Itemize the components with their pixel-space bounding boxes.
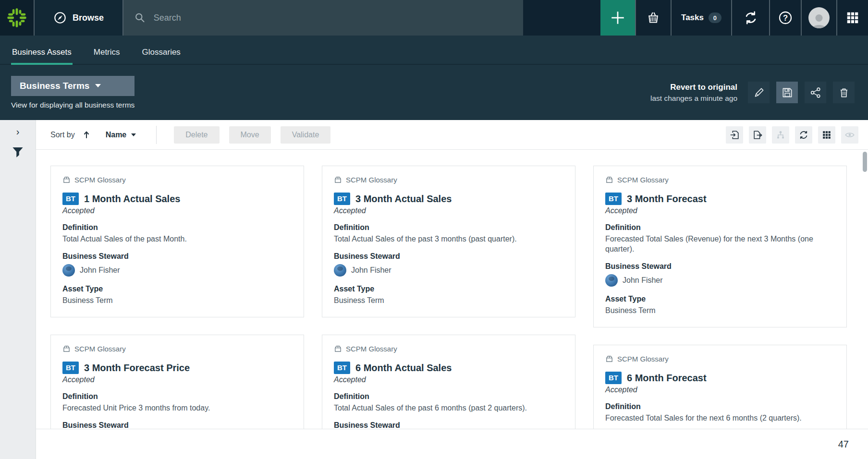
user-menu-button[interactable] [802, 0, 836, 36]
plus-icon [609, 9, 626, 26]
tab-glossaries[interactable]: Glossaries [141, 48, 182, 64]
eye-icon [844, 130, 855, 140]
global-search[interactable] [123, 0, 523, 36]
save-view-button[interactable] [776, 82, 798, 103]
definition-value: Forecasted Total Sales (Revenue) for the… [605, 234, 835, 254]
save-icon [781, 86, 794, 99]
asset-type-value: Business Term [334, 295, 563, 305]
asset-title[interactable]: 3 Month Forecast [627, 193, 707, 205]
export-icon [752, 130, 763, 140]
pencil-icon [753, 86, 765, 99]
asset-title[interactable]: 3 Month Forecast Price [84, 362, 190, 374]
definition-value: Forecasted Total Sales for the next 6 mo… [605, 413, 835, 423]
asset-title[interactable]: 6 Month Actual Sales [355, 362, 452, 374]
view-subtitle: View for displaying all business terms [11, 101, 134, 109]
tab-metrics[interactable]: Metrics [93, 48, 121, 64]
steward-name[interactable]: John Fisher [623, 276, 663, 285]
asset-title[interactable]: 6 Month Forecast [627, 373, 707, 384]
tasks-button[interactable]: Tasks 0 [672, 0, 731, 36]
view-selector-button[interactable]: Business Terms [11, 76, 134, 96]
tasks-count-badge: 0 [709, 12, 721, 23]
asset-type-badge: BT [334, 362, 350, 374]
asset-type-badge: BT [605, 372, 622, 384]
tab-business-assets[interactable]: Business Assets [11, 48, 73, 64]
card-domain[interactable]: SCPM Glossary [62, 345, 292, 353]
tasks-label: Tasks [681, 13, 704, 23]
asset-type-badge: BT [62, 362, 79, 374]
glossary-icon [62, 345, 71, 353]
asset-type-value: Business Term [605, 305, 835, 315]
trash-icon [838, 86, 850, 99]
hierarchy-view-button[interactable] [772, 126, 789, 144]
revert-to-original[interactable]: Revert to original last changes a minute… [650, 83, 737, 103]
asset-title[interactable]: 1 Month Actual Sales [84, 193, 180, 205]
asset-card: SCPM Glossary BT 3 Month Forecast Accept… [593, 166, 847, 327]
sync-button[interactable] [732, 0, 769, 36]
sort-ascending-icon[interactable] [82, 130, 91, 140]
total-count: 47 [838, 439, 849, 450]
refresh-button[interactable] [795, 126, 812, 144]
definition-value: Total Actual Sales of the past 3 months … [334, 234, 563, 244]
browse-label: Browse [73, 13, 104, 23]
filter-icon[interactable] [11, 145, 25, 159]
scrollbar-thumb[interactable] [863, 152, 867, 172]
basket-icon [646, 11, 660, 25]
asset-type-badge: BT [605, 193, 622, 205]
browse-button[interactable]: Browse [35, 0, 122, 36]
grid-view-button[interactable] [818, 126, 835, 144]
steward-name[interactable]: John Fisher [80, 266, 120, 275]
preview-button[interactable] [841, 126, 858, 144]
card-domain[interactable]: SCPM Glossary [334, 176, 563, 184]
glossary-name: SCPM Glossary [617, 355, 669, 363]
move-button[interactable]: Move [229, 126, 271, 144]
card-column: SCPM Glossary BT 1 Month Actual Sales Ac… [50, 166, 304, 429]
card-domain[interactable]: SCPM Glossary [62, 176, 292, 184]
search-input[interactable] [154, 13, 513, 23]
steward-label: Business Steward [334, 252, 563, 261]
edit-view-button[interactable] [748, 82, 770, 103]
definition-label: Definition [605, 402, 835, 411]
help-button[interactable]: ? [770, 0, 801, 36]
validate-button[interactable]: Validate [281, 126, 331, 144]
card-domain[interactable]: SCPM Glossary [605, 355, 835, 363]
help-icon: ? [778, 10, 793, 25]
definition-label: Definition [62, 392, 292, 401]
steward-avatar [62, 264, 75, 277]
card-domain[interactable]: SCPM Glossary [334, 345, 563, 353]
asset-status: Accepted [334, 375, 563, 384]
search-icon [134, 12, 146, 24]
toolbar-divider [156, 126, 157, 144]
import-button[interactable] [726, 126, 743, 144]
grid-view-icon [821, 130, 832, 140]
chevron-down-icon [95, 84, 101, 87]
delete-button[interactable]: Delete [174, 126, 219, 144]
glossary-name: SCPM Glossary [617, 176, 669, 184]
asset-card: SCPM Glossary BT 3 Month Actual Sales Ac… [322, 166, 575, 317]
hierarchy-icon [775, 130, 786, 140]
create-asset-button[interactable] [600, 0, 635, 36]
person-silhouette-icon [810, 12, 828, 28]
card-domain[interactable]: SCPM Glossary [605, 176, 835, 184]
delete-view-button[interactable] [833, 82, 855, 103]
glossary-name: SCPM Glossary [346, 345, 397, 353]
results-footer: 47 [36, 429, 868, 459]
glossary-icon [334, 345, 342, 353]
glossary-icon [605, 355, 613, 363]
steward-label: Business Steward [62, 421, 292, 429]
sort-field-dropdown[interactable]: Name [106, 131, 136, 139]
results-grid: SCPM Glossary BT 1 Month Actual Sales Ac… [36, 150, 868, 429]
data-basket-button[interactable] [636, 0, 671, 36]
steward-name[interactable]: John Fisher [351, 266, 391, 275]
export-button[interactable] [749, 126, 766, 144]
expand-panel-button[interactable]: › [16, 127, 20, 136]
asset-status: Accepted [605, 206, 835, 215]
collibra-logo[interactable] [0, 0, 34, 36]
apps-menu-button[interactable] [837, 0, 868, 36]
asset-card: SCPM Glossary BT 6 Month Forecast Accept… [593, 345, 847, 429]
nav-spacer [523, 0, 600, 36]
asset-title[interactable]: 3 Month Actual Sales [355, 193, 452, 205]
share-view-button[interactable] [805, 82, 826, 103]
import-icon [729, 130, 740, 140]
steward-label: Business Steward [605, 262, 835, 271]
steward-avatar [334, 264, 346, 277]
